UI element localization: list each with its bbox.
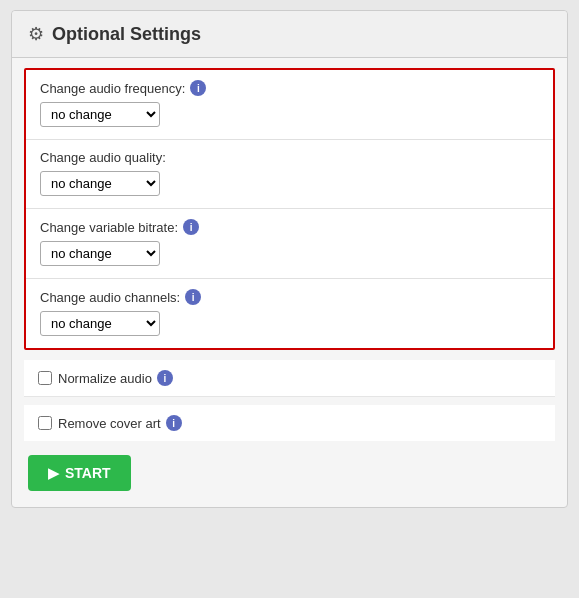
normalize-audio-checkbox[interactable] — [38, 371, 52, 385]
play-arrow-icon: ▶ — [48, 465, 59, 481]
audio-quality-select[interactable]: no change 64 kbps 128 kbps 192 kbps 256 … — [40, 171, 160, 196]
variable-bitrate-select[interactable]: no change enabled disabled — [40, 241, 160, 266]
audio-options-section: Change audio frequency: i no change 8000… — [24, 68, 555, 350]
remove-cover-art-row: Remove cover art i — [24, 405, 555, 441]
remove-cover-art-info-icon[interactable]: i — [166, 415, 182, 431]
variable-bitrate-info-icon[interactable]: i — [183, 219, 199, 235]
start-button[interactable]: ▶ START — [28, 455, 131, 491]
audio-channels-row: Change audio channels: i no change 1 (mo… — [26, 279, 553, 348]
audio-frequency-select[interactable]: no change 8000 Hz 11025 Hz 16000 Hz 2205… — [40, 102, 160, 127]
variable-bitrate-label: Change variable bitrate: i — [40, 219, 539, 235]
remove-cover-art-checkbox[interactable] — [38, 416, 52, 430]
audio-channels-info-icon[interactable]: i — [185, 289, 201, 305]
audio-channels-label: Change audio channels: i — [40, 289, 539, 305]
audio-frequency-row: Change audio frequency: i no change 8000… — [26, 70, 553, 140]
audio-quality-label: Change audio quality: — [40, 150, 539, 165]
normalize-audio-info-icon[interactable]: i — [157, 370, 173, 386]
audio-frequency-info-icon[interactable]: i — [190, 80, 206, 96]
variable-bitrate-row: Change variable bitrate: i no change ena… — [26, 209, 553, 279]
gear-icon: ⚙ — [28, 23, 44, 45]
panel-title: Optional Settings — [52, 24, 201, 45]
audio-channels-select[interactable]: no change 1 (mono) 2 (stereo) — [40, 311, 160, 336]
optional-settings-panel: ⚙ Optional Settings Change audio frequen… — [11, 10, 568, 508]
normalize-audio-label: Normalize audio i — [58, 370, 173, 386]
remove-cover-art-label: Remove cover art i — [58, 415, 182, 431]
audio-quality-row: Change audio quality: no change 64 kbps … — [26, 140, 553, 209]
normalize-audio-row: Normalize audio i — [24, 360, 555, 397]
panel-header: ⚙ Optional Settings — [12, 11, 567, 58]
audio-frequency-label: Change audio frequency: i — [40, 80, 539, 96]
